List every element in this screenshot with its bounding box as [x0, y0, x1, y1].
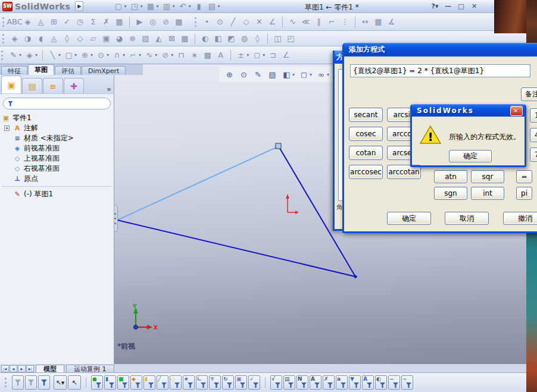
tool-icon[interactable]: ◷: [74, 16, 86, 28]
tree-filter-input[interactable]: [3, 98, 111, 109]
digit-button[interactable]: 1: [530, 108, 537, 123]
sketch-entity-icon[interactable]: •: [201, 16, 213, 28]
feature-icon[interactable]: ◊: [61, 33, 73, 45]
function-button[interactable]: cosec: [349, 127, 383, 141]
sketch-tool-icon[interactable]: ▢▾: [63, 49, 78, 61]
sketch-relation-icon[interactable]: ∿: [286, 16, 299, 28]
pattern-icon[interactable]: ◧: [212, 33, 224, 45]
feature-icon[interactable]: ◖: [35, 33, 47, 45]
filter-type-button[interactable]: A: [362, 375, 374, 390]
filter-type-button[interactable]: ↻: [222, 375, 234, 390]
dropdown-caret-icon[interactable]: ▾: [90, 52, 93, 58]
tab-nav-button[interactable]: ◀: [10, 365, 17, 372]
undo-button[interactable]: 撤消: [503, 212, 537, 225]
sketch-tool-icon[interactable]: ∩▾: [111, 49, 126, 61]
dropdown-caret-icon[interactable]: ▾: [327, 72, 329, 77]
tree-item[interactable]: ◇ 右视基准面: [0, 164, 114, 174]
dropdown-caret-icon[interactable]: ▾: [140, 4, 142, 9]
view-tool-icon[interactable]: ▧: [266, 68, 279, 80]
close-icon[interactable]: ✕: [510, 106, 523, 116]
sketch-tool-icon[interactable]: ⊙▾: [95, 49, 110, 61]
filter-type-button[interactable]: ●: [91, 375, 103, 390]
filter-type-button[interactable]: ✗: [323, 375, 335, 390]
sketch-tool-icon[interactable]: ∿▾: [143, 49, 158, 61]
sketch-entity-icon[interactable]: ✕: [253, 16, 266, 28]
pattern-icon[interactable]: ◐: [199, 33, 211, 45]
commandmanager-tab[interactable]: 评估: [55, 66, 81, 75]
standard-toolbar-icon[interactable]: ▤▾: [206, 1, 221, 12]
view-tool-icon[interactable]: ◧▾: [280, 68, 296, 80]
commandmanager-tab[interactable]: 草图: [28, 64, 54, 75]
equation-input[interactable]: {直线2@草图1} = 2 * {直线1@草图1}: [350, 64, 530, 77]
menu-flyout-button[interactable]: ▶: [75, 1, 83, 11]
dimension-icon[interactable]: ↔: [359, 16, 371, 28]
window-control-button[interactable]: ?▾: [430, 1, 440, 11]
dropdown-caret-icon[interactable]: ▾: [263, 52, 265, 58]
manager-tab[interactable]: ▣: [1, 76, 21, 93]
dropdown-caret-icon[interactable]: ▾: [19, 52, 21, 58]
ok-button[interactable]: 确定: [387, 212, 431, 225]
filter-type-button[interactable]: ▣: [235, 375, 247, 390]
view-tool-icon[interactable]: ⊙: [238, 68, 250, 80]
feature-icon[interactable]: ◰: [285, 33, 297, 45]
dropdown-caret-icon[interactable]: ▾: [310, 72, 312, 77]
sketch-tool-icon[interactable]: ◈▾: [23, 49, 39, 61]
window-control-button[interactable]: —: [443, 1, 453, 11]
manager-tab[interactable]: ✚: [64, 78, 84, 93]
tab-nav-button[interactable]: ▶|: [26, 365, 34, 372]
atn-button[interactable]: atn: [434, 170, 467, 183]
sketch-tool-icon[interactable]: ✎▾: [7, 49, 23, 61]
sketch-tool-icon[interactable]: ±▾: [235, 49, 250, 61]
view-tool-icon[interactable]: ✎: [252, 68, 264, 80]
feature-icon[interactable]: ◫: [271, 33, 284, 45]
sketch-entity-icon[interactable]: ∠: [266, 16, 279, 28]
chevron-expand-icon[interactable]: »: [107, 84, 111, 93]
toolbar-grip[interactable]: [2, 17, 4, 27]
feature-icon[interactable]: ◈: [8, 33, 21, 45]
function-button[interactable]: arccosec: [349, 165, 383, 179]
int-button[interactable]: int: [471, 187, 504, 200]
tool-icon[interactable]: ✓: [61, 16, 73, 28]
digit-button[interactable]: 7: [530, 148, 537, 162]
expand-icon[interactable]: +: [4, 126, 10, 131]
filter-type-button[interactable]: ▼: [349, 375, 361, 390]
dropdown-caret-icon[interactable]: ▾: [189, 4, 191, 9]
sketch-relation-icon[interactable]: ⋮: [339, 16, 351, 28]
tree-item[interactable]: ◈ 前视基准面: [0, 143, 114, 153]
filter-toggle-button[interactable]: [25, 375, 37, 390]
tool-icon[interactable]: ✗: [100, 16, 113, 28]
feature-icon[interactable]: ▱: [87, 33, 99, 45]
tool-icon[interactable]: ▦: [113, 16, 126, 28]
dropdown-caret-icon[interactable]: ▾: [156, 4, 158, 9]
manager-tab[interactable]: ▤: [22, 78, 42, 93]
tree-root-item[interactable]: ▣ 零件1: [0, 112, 114, 123]
tree-item-sketch[interactable]: ✎ (-) 草图1: [0, 189, 114, 199]
sketch-entity-icon[interactable]: ◇: [240, 16, 252, 28]
manager-tab[interactable]: ≡: [43, 78, 63, 93]
filter-type-button[interactable]: N: [296, 375, 308, 390]
filter-type-button[interactable]: ∗: [183, 375, 195, 390]
filter-type-button[interactable]: ◆: [130, 375, 142, 390]
filter-type-button[interactable]: ◇: [170, 375, 182, 390]
tree-item[interactable]: ⊥ 原点: [0, 174, 114, 184]
cancel-button[interactable]: 取消: [445, 212, 489, 225]
tool-icon[interactable]: ◎: [146, 16, 159, 28]
window-control-button[interactable]: □: [456, 1, 466, 11]
sqr-button[interactable]: sqr: [471, 170, 504, 183]
filter-type-button[interactable]: √: [270, 375, 282, 390]
dropdown-caret-icon[interactable]: ▾: [292, 72, 295, 77]
sketch-tool-icon[interactable]: ╲▾: [46, 49, 62, 61]
pattern-icon[interactable]: ◊: [251, 33, 264, 45]
dropdown-caret-icon[interactable]: ▾: [172, 4, 174, 9]
pattern-icon[interactable]: ◩: [225, 33, 238, 45]
tab-nav-button[interactable]: |◀: [1, 365, 9, 372]
tree-item[interactable]: + A 注解: [0, 123, 114, 133]
sketch-tool-icon[interactable]: ∠: [280, 49, 292, 61]
sketch-tool-icon[interactable]: ⊘▾: [159, 49, 174, 61]
dropdown-caret-icon[interactable]: ▾: [35, 52, 38, 58]
standard-toolbar-icon[interactable]: ▢▾: [112, 1, 127, 12]
feature-icon[interactable]: ▧: [139, 33, 152, 45]
filter-type-button[interactable]: ╱: [157, 375, 168, 390]
feature-icon[interactable]: ⊠: [166, 33, 178, 45]
ok-button[interactable]: 确定: [449, 150, 492, 162]
